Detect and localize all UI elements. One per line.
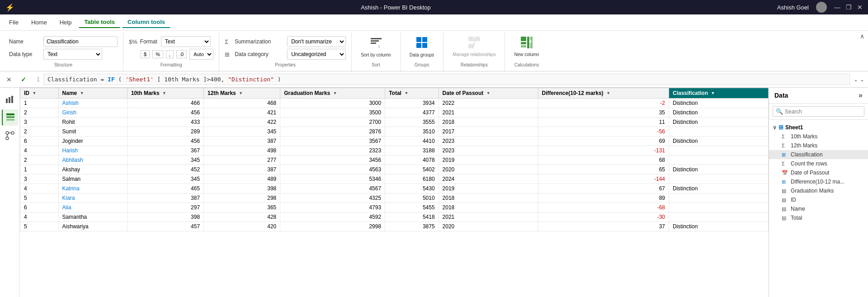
col-total-filter[interactable]: ▼ [403,90,410,96]
search-input[interactable] [785,108,861,115]
cell-classification-0: Distinction [669,99,769,108]
cell-total-13: 3875 [385,222,439,231]
formula-content[interactable]: Classification = IF ( 'Sheet1' [ 10th Ma… [43,74,850,85]
col-id-filter[interactable]: ▼ [31,90,38,96]
tree-item-classification[interactable]: ⊞Classification [769,150,868,159]
cell-total-7: 5402 [385,165,439,174]
col-gradmarks-filter[interactable]: ▼ [332,90,338,96]
minimize-btn[interactable]: — [834,4,840,11]
tree-expand-icon: ∨ [773,124,777,131]
col-name-filter[interactable]: ▼ [79,90,85,96]
svg-rect-15 [521,45,526,47]
cell-marks12-6: 277 [204,156,280,165]
datacategory-select[interactable]: Uncategorized [287,49,346,60]
tree-item-total[interactable]: ▤Total [769,213,868,222]
data-table-container[interactable]: ID ▼ Name ▼ 10th Marks ▼ [20,88,769,297]
cell-passout-2: 2018 [439,118,538,127]
properties-label: Properties [225,62,346,69]
tree-item-name[interactable]: ▤Name [769,204,868,213]
tree-item-id[interactable]: ▤ID [769,195,868,204]
tree-item-passout[interactable]: 📅Date of Passout [769,168,868,177]
cell-marks12-10: 298 [204,193,280,203]
menu-item-file[interactable]: File [4,17,24,28]
cell-classification-12 [669,212,769,222]
datatype-select[interactable]: Text [43,49,102,60]
format-label: Format [140,38,158,45]
col-marks12-filter[interactable]: ▼ [238,90,244,96]
menu-item-column-tools[interactable]: Column tools [122,17,170,28]
cell-gradmarks-12: 4592 [280,212,385,222]
summarization-select[interactable]: Don't summarize [287,36,346,47]
percent-btn[interactable]: % [152,50,163,58]
category-icon: ⊞ [225,51,232,58]
cell-total-12: 5418 [385,212,439,222]
ribbon: Name Data type Text Structure $% Format … [0,31,868,71]
cell-name-12: Samantha [58,212,127,222]
new-column-btn[interactable]: + New column [510,34,542,59]
col-header-passout: Date of Passout ▼ [439,88,538,99]
col-classification-filter[interactable]: ▼ [710,90,716,96]
cell-marks12-7: 387 [204,165,280,174]
formula-close-btn[interactable]: ✕ [4,74,14,85]
format-icon: $% [129,38,137,45]
name-label: Name [9,38,41,45]
formula-confirm-btn[interactable]: ✓ [18,74,29,85]
col-diff-filter[interactable]: ▼ [605,90,612,96]
col-marks10-filter[interactable]: ▼ [161,90,168,96]
relationships-label: Manage relationships [453,52,495,57]
col-classification-label: Classification [673,90,708,96]
formula-bar: ✕ ✓ 1 Classification = IF ( 'Sheet1' [ 1… [0,71,868,88]
calculations-icon: + [520,36,533,51]
sort-by-column-btn[interactable]: ↕ Sort by column [357,34,395,59]
cell-classification-7: Distinction [669,165,769,174]
svg-rect-6 [416,43,421,48]
cell-diff-1: 35 [538,108,669,118]
tree-item-grad_marks[interactable]: ▤Graduation Marks [769,186,868,195]
report-view-btn[interactable] [2,91,18,108]
cell-marks12-0: 468 [204,99,280,108]
table-row: 5 Aishwariya 457 420 2998 3875 2020 37 D… [20,222,769,231]
auto-select[interactable]: Auto [189,49,213,60]
data-groups-btn[interactable]: Data groups [406,34,438,59]
tree-sheet1-section[interactable]: ∨ ⊞ Sheet1 [769,123,868,132]
tree-sheet1-label: Sheet1 [785,124,803,131]
name-input[interactable] [43,36,118,47]
cell-passout-3: 2017 [439,127,538,137]
col-passout-filter[interactable]: ▼ [485,90,491,96]
decimal-btn[interactable]: .0 [176,50,187,58]
ribbon-group-structure: Name Data type Text Structure [4,33,123,71]
maximize-btn[interactable]: ❐ [846,4,852,11]
cell-gradmarks-0: 3000 [280,99,385,108]
cell-passout-4: 2023 [439,137,538,146]
menu-item-table-tools[interactable]: Table tools [79,17,120,28]
svg-point-27 [6,137,9,140]
col-header-marks12: 12th Marks ▼ [204,88,280,99]
tree-item-count_rows[interactable]: ΣCount the rows [769,159,868,168]
cell-marks10-3: 289 [127,127,203,137]
cell-diff-6: 68 [538,156,669,165]
cell-id-13: 5 [20,222,59,231]
model-view-btn[interactable] [2,127,18,144]
menu-item-help[interactable]: Help [54,17,77,28]
manage-relationships-btn[interactable]: Manage relationships [449,34,499,59]
close-btn[interactable]: ✕ [857,4,863,11]
ribbon-collapse-btn[interactable]: ∧ [860,33,864,40]
cell-marks10-11: 297 [127,203,203,212]
cell-marks10-10: 387 [127,193,203,203]
formula-hint[interactable]: ⌄ [860,76,864,83]
panel-expand-btn[interactable]: » [859,91,863,99]
formula-chevron[interactable]: ⌄ [854,76,858,83]
format-select[interactable]: Text [161,36,211,47]
window-controls[interactable]: — ❐ ✕ [834,4,863,11]
table-row: 4 Harish 367 498 2323 3188 2023 -131 [20,146,769,156]
cell-marks12-11: 365 [204,203,280,212]
datacategory-label: Data category [235,51,284,57]
tree-item-marks10[interactable]: Σ10th Marks [769,132,868,141]
menu-item-home[interactable]: Home [26,17,52,28]
tree-item-marks12[interactable]: Σ12th Marks [769,141,868,150]
comma-btn[interactable]: , [166,50,174,58]
dollar-btn[interactable]: $ [141,50,150,58]
tree-item-diff[interactable]: ⊞Difference(10-12 ma... [769,177,868,186]
svg-rect-24 [6,119,14,121]
data-view-btn[interactable] [2,109,18,126]
